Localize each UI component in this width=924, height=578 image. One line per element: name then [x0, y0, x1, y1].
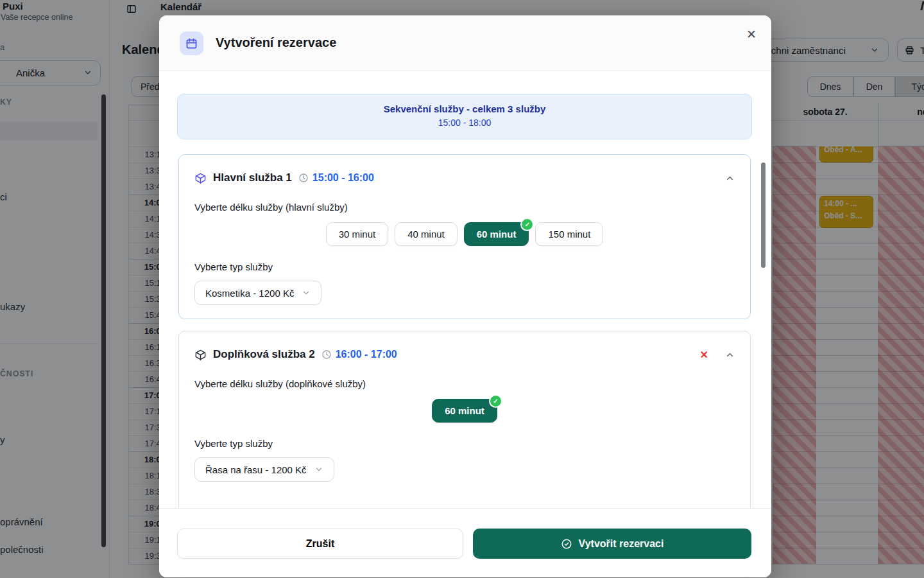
create-reservation-modal: Vytvoření rezervace ✕ Sekvenční služby -…	[159, 15, 771, 577]
selected-check-icon: ✓	[520, 218, 534, 231]
duration-label: Vyberte délku služby (doplňkové služby)	[194, 378, 735, 389]
clock-icon	[321, 349, 332, 360]
duration-label-text: 60 minut	[445, 405, 484, 416]
service-type-value: Řasa na řasu - 1200 Kč	[205, 464, 307, 475]
duration-30-button[interactable]: 30 minut	[326, 222, 389, 246]
duration-60-button-selected[interactable]: 60 minut ✓	[464, 222, 529, 246]
create-reservation-button[interactable]: Vytvořit rezervaci	[473, 529, 751, 559]
modal-footer: Zrušit Vytvořit rezervaci	[159, 508, 771, 577]
service-time: 16:00 - 17:00	[336, 349, 397, 360]
duration-label: Vyberte délku služby (hlavní služby)	[194, 202, 735, 213]
create-reservation-label: Vytvořit rezervaci	[579, 538, 664, 550]
chevron-down-icon	[302, 288, 311, 297]
screen: Puxi Vaše recepce online a Anička KY ci …	[0, 0, 924, 578]
type-label: Vyberte typ služby	[194, 438, 735, 449]
collapse-chevron-up-icon[interactable]	[725, 350, 735, 360]
duration-150-button[interactable]: 150 minut	[535, 222, 603, 246]
collapse-chevron-up-icon[interactable]	[725, 173, 735, 183]
service-card-header: Doplňková služba 2 16:00 - 17:00 ✕	[194, 347, 735, 362]
service-card-header: Hlavní služba 1 15:00 - 16:00	[194, 170, 735, 186]
banner-line1: Sekvenční služby - celkem 3 služby	[178, 94, 751, 114]
duration-options: 60 minut ✓	[194, 399, 735, 423]
package-icon	[194, 172, 207, 184]
selected-check-icon: ✓	[489, 394, 502, 408]
duration-60-button-selected[interactable]: 60 minut ✓	[432, 399, 497, 423]
service-card-1: Hlavní služba 1 15:00 - 16:00 Vyberte dé…	[178, 154, 751, 319]
modal-header: Vytvoření rezervace ✕	[159, 15, 771, 71]
cancel-button[interactable]: Zrušit	[177, 529, 463, 559]
clock-icon	[298, 173, 309, 183]
duration-options: 30 minut 40 minut 60 minut ✓ 150 minut	[194, 222, 735, 246]
service-type-value: Kosmetika - 1200 Kč	[205, 288, 294, 299]
modal-title: Vytvoření rezervace	[216, 35, 336, 50]
sequence-summary-banner: Sekvenční služby - celkem 3 služby 15:00…	[177, 94, 752, 139]
close-icon[interactable]: ✕	[744, 26, 759, 42]
calendar-icon	[180, 31, 203, 55]
duration-40-button[interactable]: 40 minut	[395, 222, 458, 246]
service-card-2: Doplňková služba 2 16:00 - 17:00 ✕ Vyber…	[178, 331, 751, 509]
duration-label-text: 60 minut	[477, 229, 517, 240]
remove-service-icon[interactable]: ✕	[700, 349, 708, 361]
service-name: Doplňková služba 2	[213, 348, 315, 361]
service-time: 15:00 - 16:00	[312, 172, 374, 184]
service-name: Hlavní služba 1	[213, 171, 292, 184]
check-circle-icon	[561, 538, 572, 550]
chevron-down-icon	[314, 465, 323, 474]
service-type-select[interactable]: Řasa na řasu - 1200 Kč	[194, 457, 334, 482]
modal-scrollbar[interactable]	[761, 162, 766, 268]
banner-line2: 15:00 - 18:00	[178, 114, 751, 128]
service-type-select[interactable]: Kosmetika - 1200 Kč	[194, 281, 321, 305]
type-label: Vyberte typ služby	[194, 261, 735, 272]
modal-body: Sekvenční služby - celkem 3 služby 15:00…	[159, 71, 771, 509]
package-icon	[194, 349, 207, 361]
